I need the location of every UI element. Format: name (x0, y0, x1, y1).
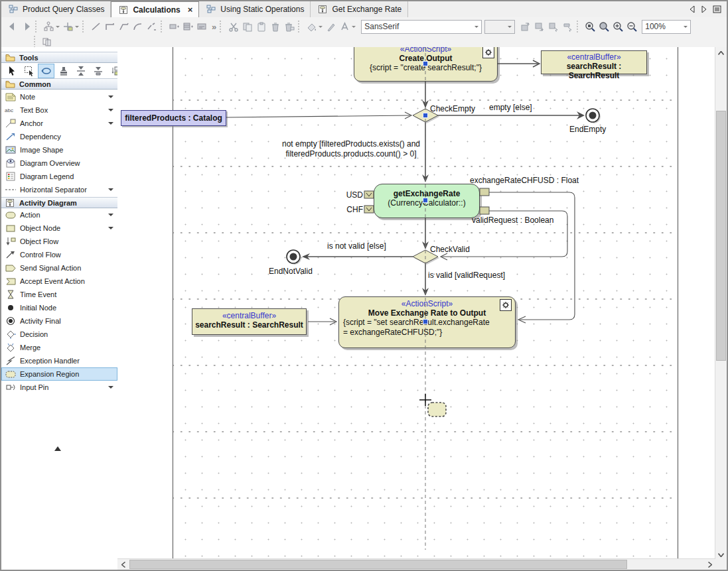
format-painter-icon[interactable] (561, 20, 575, 34)
containment-tree-dropdown[interactable] (56, 26, 60, 30)
palette-header-tools[interactable]: Tools (1, 52, 117, 63)
text-box-dropdown[interactable] (108, 109, 113, 114)
palette-item-image-shape[interactable]: Image Shape (1, 143, 117, 157)
zoom-fit-icon[interactable] (597, 20, 611, 34)
path-curved-icon[interactable] (131, 20, 145, 34)
palette-item-initial-node[interactable]: Initial Node (1, 301, 117, 314)
tab-using-static-operations[interactable]: Using Static Operations (199, 1, 311, 17)
palette-header-common[interactable]: Common (1, 78, 117, 90)
line-color-icon[interactable] (324, 20, 338, 34)
gear-icon[interactable] (500, 299, 512, 311)
label-exchange-rate-float[interactable]: exchangeRateCHFUSD : Float (470, 176, 579, 185)
delete-from-model-icon[interactable] (282, 20, 296, 34)
label-check-empty[interactable]: CheckEmpty (430, 104, 475, 113)
font-size-select[interactable] (484, 20, 515, 34)
palette-item-merge[interactable]: Merge (1, 341, 117, 354)
action-node-create-output[interactable]: «ActionScript» Create Output {script = "… (354, 47, 498, 82)
to-back-icon[interactable] (533, 20, 547, 34)
compartments-icon[interactable] (181, 20, 195, 34)
action-node-get-exchange-rate[interactable]: getExchangeRate (CurrencyCalculator::) (374, 184, 480, 218)
tab-close-icon[interactable]: × (188, 5, 193, 14)
horizontal-distribute-icon[interactable] (90, 64, 106, 78)
action-node-move-exchange-rate[interactable]: «ActionScript» Move Exchange Rate to Out… (338, 296, 516, 348)
palette-item-activity-final[interactable]: Activity Final (1, 314, 117, 328)
anchor-dropdown[interactable] (108, 122, 113, 127)
palette-item-exception-handler[interactable]: Exception Handler (1, 354, 117, 367)
horizontal-scroll-thumb[interactable] (129, 560, 627, 569)
palette-item-control-flow[interactable]: Control Flow (1, 248, 117, 261)
palette-item-note[interactable]: Note (1, 90, 117, 103)
label-is-valid[interactable]: is valid [validRequest] (428, 271, 505, 280)
label-pin-usd[interactable]: USD (344, 190, 363, 200)
palette-item-input-pin[interactable]: Input Pin (1, 381, 117, 394)
palette-header-activity-diagram[interactable]: Activity Diagram (1, 197, 117, 208)
label-end-empty[interactable]: EndEmpty (569, 125, 606, 134)
palette-item-text-box[interactable]: abc Text Box (1, 103, 117, 117)
tab-get-exchange-rate[interactable]: Get Exchange Rate (311, 1, 408, 17)
back-icon[interactable] (5, 20, 19, 34)
palette-item-anchor[interactable]: Anchor (1, 117, 117, 130)
fill-color-icon[interactable] (305, 20, 319, 34)
copy-icon[interactable] (240, 20, 254, 34)
label-check-valid[interactable]: CheckValid (430, 245, 470, 254)
zoom-region-icon[interactable] (583, 20, 597, 34)
diagram-canvas[interactable]: «ActionScript» Create Output {script = "… (117, 47, 715, 560)
label-empty-else[interactable]: empty [else] (489, 103, 532, 112)
containment-tree-icon[interactable] (42, 20, 56, 34)
vertical-distribute-icon[interactable] (72, 64, 89, 78)
fill-color-dropdown[interactable] (319, 26, 323, 30)
vertical-scrollbar[interactable] (715, 47, 727, 560)
label-end-not-valid[interactable]: EndNotValid (269, 267, 313, 276)
note-dropdown[interactable] (108, 95, 113, 101)
scroll-left-button[interactable] (117, 559, 129, 570)
palette-item-object-flow[interactable]: Object Flow (1, 235, 117, 248)
autosize-icon[interactable] (167, 20, 181, 34)
paste-icon[interactable] (254, 20, 268, 34)
palette-item-diagram-legend[interactable]: Diagram Legend (1, 170, 117, 183)
palette-item-time-event[interactable]: Time Event (1, 288, 117, 301)
palette-item-dependency[interactable]: Dependency (1, 130, 117, 143)
prev-tab-icon[interactable] (689, 5, 695, 13)
toolbar-overflow-icon[interactable]: » (209, 22, 218, 32)
zoom-level-select[interactable]: 100% (642, 20, 691, 34)
label-is-not-valid[interactable]: is not valid [else] (327, 241, 386, 251)
palette-item-diagram-overview[interactable]: Diagram Overview (1, 157, 117, 170)
pointer-tool-icon[interactable] (3, 64, 20, 78)
label-valid-request-boolean[interactable]: validRequest : Boolean (472, 216, 553, 225)
to-front-icon[interactable] (519, 20, 533, 34)
scroll-right-button[interactable] (704, 559, 715, 570)
font-color-icon[interactable] (338, 20, 352, 34)
palette-scroll-up-icon[interactable] (54, 443, 61, 451)
palette-item-object-node[interactable]: Object Node (1, 222, 117, 235)
palette-item-accept-event-action[interactable]: Accept Event Action (1, 275, 117, 288)
horizontal-scrollbar[interactable] (117, 558, 715, 570)
label-pin-chf[interactable]: CHF (344, 205, 363, 214)
path-spline-icon[interactable] (145, 20, 159, 34)
next-tab-icon[interactable] (701, 5, 707, 13)
stamp-tool-icon[interactable] (55, 64, 72, 78)
tab-list-icon[interactable] (713, 5, 721, 13)
zoom-out-icon[interactable] (625, 20, 639, 34)
scroll-up-button[interactable] (715, 47, 727, 58)
add-element-icon[interactable] (61, 20, 75, 34)
palette-item-horizontal-separator[interactable]: Horizontal Separator (1, 183, 117, 196)
forward-icon[interactable] (19, 20, 33, 34)
select-depth-icon[interactable] (547, 20, 561, 34)
central-buffer-search-result-bottom[interactable]: «centralBuffer» searchResult : SearchRes… (192, 308, 307, 335)
oval-select-tool-icon[interactable] (38, 64, 54, 78)
action-dropdown[interactable] (108, 214, 113, 219)
gear-icon[interactable] (482, 47, 494, 58)
palette-item-decision[interactable]: Decision (1, 328, 117, 341)
tab-calculations[interactable]: Calculations × (111, 1, 199, 17)
tab-product-query-classes[interactable]: Product Query Classes (1, 1, 111, 17)
vertical-scroll-thumb[interactable] (716, 111, 726, 361)
marquee-select-icon[interactable] (21, 64, 37, 78)
delete-icon[interactable] (268, 20, 282, 34)
shape-display-icon[interactable] (195, 20, 209, 34)
cut-icon[interactable] (226, 20, 240, 34)
central-buffer-search-result-top[interactable]: «centralBuffer» searchResult : SearchRes… (541, 50, 647, 74)
palette-item-expansion-region[interactable]: Expansion Region (1, 367, 117, 381)
horizontal-separator-dropdown[interactable] (108, 188, 113, 194)
swimlane-icon[interactable] (40, 34, 54, 48)
path-rectilinear-icon[interactable] (103, 20, 117, 34)
